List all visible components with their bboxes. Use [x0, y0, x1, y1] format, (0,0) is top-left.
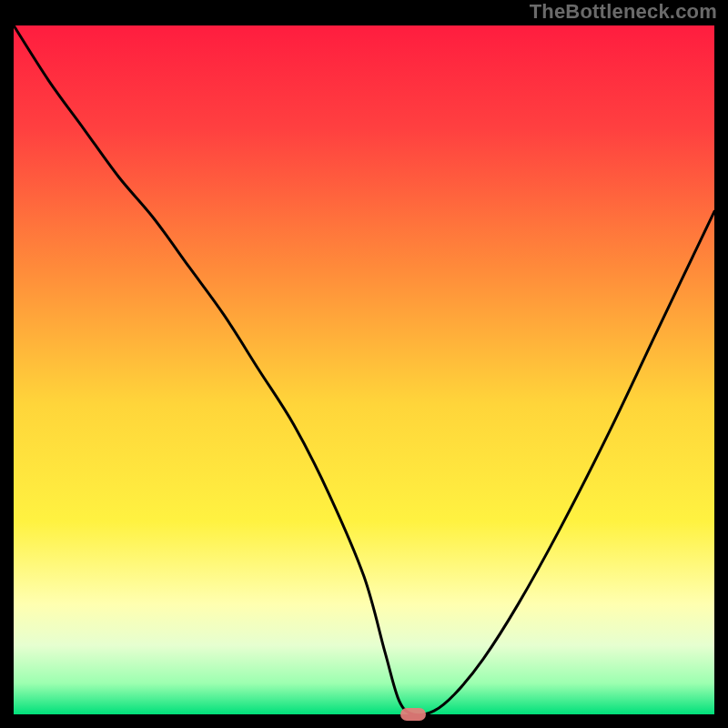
- gradient-background: [14, 25, 714, 714]
- plot-area: [14, 25, 714, 714]
- chart-svg: [14, 25, 714, 714]
- chart-frame: TheBottleneck.com: [0, 0, 728, 728]
- watermark-text: TheBottleneck.com: [530, 0, 717, 24]
- minimum-marker: [400, 708, 426, 721]
